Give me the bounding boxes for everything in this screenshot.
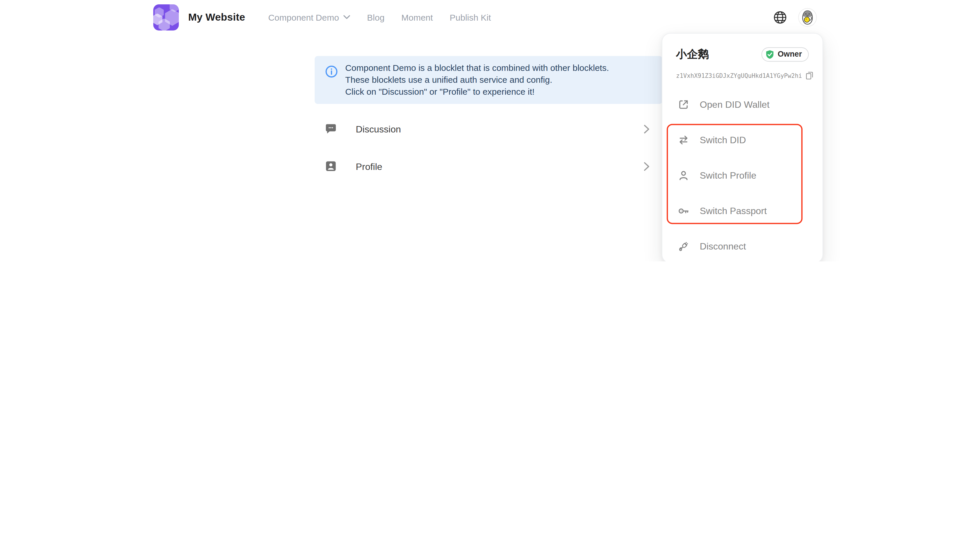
key-icon (678, 205, 689, 217)
menu-item-label: Disconnect (699, 241, 746, 251)
menu-item-disconnect[interactable]: Disconnect (662, 228, 823, 262)
alert-line: These blocklets use a unified auth servi… (345, 74, 609, 86)
menu-item-switch-did[interactable]: Switch DID (662, 122, 823, 157)
chevron-right-icon (644, 124, 650, 133)
header-actions (773, 8, 824, 26)
header: My Website Component Demo Blog Moment Pu… (0, 0, 977, 34)
info-alert: Component Demo is a blocklet that is com… (315, 56, 662, 104)
did-row: z1VxhX91Z3iGDJxZYgUQuHkd1A1YGyPw2hi (676, 72, 811, 80)
menu-item-label: Switch DID (699, 135, 746, 145)
user-menu-header: 小企鹅 Owner (676, 47, 809, 62)
list-item-discussion[interactable]: Discussion (315, 114, 662, 144)
menu-item-switch-passport[interactable]: Switch Passport (662, 193, 823, 228)
menu-item-switch-profile[interactable]: Switch Profile (662, 157, 823, 193)
globe-icon[interactable] (773, 10, 788, 24)
brand-title: My Website (188, 11, 245, 23)
list-item-label: Discussion (356, 123, 401, 134)
chevron-right-icon (644, 162, 650, 171)
shield-check-icon (765, 49, 775, 59)
list-item-profile[interactable]: Profile (315, 151, 662, 181)
chevron-down-icon (343, 15, 350, 19)
person-outline-icon (678, 170, 689, 181)
menu-item-label: Switch Profile (699, 170, 756, 180)
menu-item-label: Open DID Wallet (699, 99, 770, 110)
user-menu-panel: 小企鹅 Owner z1VxhX91Z3iGDJxZYgUQuHkd1A1YGy… (662, 33, 823, 262)
owner-badge-label: Owner (778, 50, 802, 58)
person-icon (325, 161, 337, 172)
main-content: Component Demo is a blocklet that is com… (315, 56, 662, 181)
alert-text: Component Demo is a blocklet that is com… (345, 62, 609, 98)
list-item-label: Profile (356, 161, 382, 172)
nav-item-blog[interactable]: Blog (367, 12, 385, 22)
main-nav: Component Demo Blog Moment Publish Kit (268, 12, 508, 22)
plug-icon (678, 240, 689, 252)
nav-item-moment[interactable]: Moment (401, 12, 433, 22)
component-list: Discussion Profile (315, 114, 662, 181)
nav-item-component-demo[interactable]: Component Demo (268, 12, 350, 22)
alert-line: Click on "Discussion" or "Profile" to ex… (345, 86, 609, 98)
switch-arrows-icon (678, 134, 689, 145)
brand-logo (153, 4, 179, 30)
user-name: 小企鹅 (676, 47, 709, 62)
page: My Website Component Demo Blog Moment Pu… (0, 0, 977, 262)
menu-item-label: Switch Passport (699, 205, 766, 216)
nav-item-publish-kit[interactable]: Publish Kit (450, 12, 491, 22)
chat-icon (325, 123, 337, 135)
alert-line: Component Demo is a blocklet that is com… (345, 62, 609, 74)
brand[interactable]: My Website (153, 4, 245, 30)
did-value: z1VxhX91Z3iGDJxZYgUQuHkd1A1YGyPw2hi (676, 72, 802, 79)
info-icon (325, 65, 338, 78)
owner-badge: Owner (761, 47, 809, 61)
menu-item-open-did-wallet[interactable]: Open DID Wallet (662, 87, 823, 122)
user-menu-list: Open DID Wallet Switch DID (662, 87, 823, 262)
copy-icon[interactable] (806, 72, 813, 80)
open-in-new-icon (678, 99, 689, 110)
avatar[interactable] (799, 8, 816, 26)
